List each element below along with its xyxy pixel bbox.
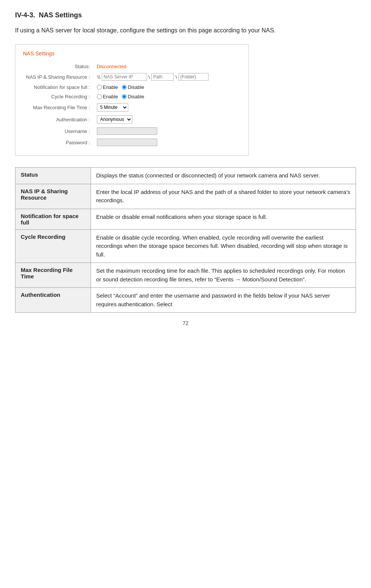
table-row: Max Recording File TimeSet the maximum r… bbox=[15, 263, 356, 288]
authentication-label: Authentication : bbox=[23, 113, 94, 125]
def-cell: Enable or disable email notifications wh… bbox=[91, 209, 356, 229]
nas-ip-row: NAS IP & Sharing Resource : \\ \ \ bbox=[23, 71, 212, 82]
notification-label: Notification for space full : bbox=[23, 82, 94, 92]
notification-enable-radio[interactable] bbox=[97, 85, 102, 90]
notification-value: Enable Disable bbox=[94, 82, 212, 92]
password-input[interactable] bbox=[97, 139, 157, 146]
password-value bbox=[94, 137, 212, 148]
cycle-enable-radio[interactable] bbox=[97, 94, 102, 99]
nas-form-table: Status: Disconnected NAS IP & Sharing Re… bbox=[23, 62, 212, 148]
nas-settings-box: NAS Settings Status: Disconnected NAS IP… bbox=[15, 44, 249, 156]
password-row: Password : bbox=[23, 137, 212, 148]
def-cell: Enter the local IP address of your NAS a… bbox=[91, 184, 356, 209]
status-row: Status: Disconnected bbox=[23, 62, 212, 71]
cycle-recording-label: Cycle Recording : bbox=[23, 92, 94, 101]
max-recording-row: Max Recording File Time : 5 Minute 10 Mi… bbox=[23, 101, 212, 113]
table-row: StatusDisplays the status (connected or … bbox=[15, 168, 356, 184]
cycle-disable-radio[interactable] bbox=[122, 94, 127, 99]
backslash-prefix: \\ bbox=[98, 74, 100, 80]
max-recording-value: 5 Minute 10 Minute 15 Minute 30 Minute bbox=[94, 101, 212, 113]
nas-ip-value: \\ \ \ bbox=[94, 71, 212, 82]
nas-settings-box-title: NAS Settings bbox=[23, 50, 241, 57]
intro-paragraph: If using a NAS server for local storage,… bbox=[15, 26, 356, 35]
term-cell: Authentication bbox=[15, 288, 91, 313]
username-row: Username : bbox=[23, 125, 212, 137]
path-separator-2: \ bbox=[175, 74, 177, 80]
nas-path-row: \\ \ \ bbox=[97, 73, 208, 81]
cycle-enable-label[interactable]: Enable bbox=[97, 94, 118, 99]
cycle-recording-value: Enable Disable bbox=[94, 92, 212, 101]
term-cell: Cycle Recording bbox=[15, 229, 91, 263]
authentication-value: Anonymous Account bbox=[94, 113, 212, 125]
status-disconnected-text: Disconnected bbox=[97, 64, 127, 69]
term-cell: Status bbox=[15, 168, 91, 184]
username-label: Username : bbox=[23, 125, 94, 137]
max-recording-select[interactable]: 5 Minute 10 Minute 15 Minute 30 Minute bbox=[97, 103, 128, 111]
authentication-row: Authentication : Anonymous Account bbox=[23, 113, 212, 125]
nas-server-ip-input[interactable] bbox=[102, 73, 147, 81]
def-cell: Displays the status (connected or discon… bbox=[91, 168, 356, 184]
nas-folder-input[interactable] bbox=[178, 73, 208, 81]
authentication-select[interactable]: Anonymous Account bbox=[97, 115, 132, 124]
def-cell: Enable or disable cycle recording. When … bbox=[91, 229, 356, 263]
term-cell: Max Recording File Time bbox=[15, 263, 91, 288]
notification-row: Notification for space full : Enable Dis… bbox=[23, 82, 212, 92]
notification-enable-label[interactable]: Enable bbox=[97, 84, 118, 90]
status-value: Disconnected bbox=[94, 62, 212, 71]
section-title: IV-4-3. NAS Settings bbox=[15, 11, 356, 19]
notification-disable-radio[interactable] bbox=[122, 85, 127, 90]
status-label: Status: bbox=[23, 62, 94, 71]
term-cell: NAS IP & Sharing Resource bbox=[15, 184, 91, 209]
table-row: AuthenticationSelect “Account” and enter… bbox=[15, 288, 356, 313]
password-label: Password : bbox=[23, 137, 94, 148]
table-row: Cycle RecordingEnable or disable cycle r… bbox=[15, 229, 356, 263]
path-separator-1: \ bbox=[149, 74, 150, 80]
cycle-disable-label[interactable]: Disable bbox=[122, 94, 144, 99]
def-cell: Set the maximum recording time for each … bbox=[91, 263, 356, 288]
notification-radio-group: Enable Disable bbox=[97, 84, 208, 90]
username-value bbox=[94, 125, 212, 137]
def-cell: Select “Account” and enter the username … bbox=[91, 288, 356, 313]
notification-disable-label[interactable]: Disable bbox=[122, 84, 144, 90]
max-recording-label: Max Recording File Time : bbox=[23, 101, 94, 113]
description-table: StatusDisplays the status (connected or … bbox=[15, 167, 356, 313]
cycle-radio-group: Enable Disable bbox=[97, 94, 208, 99]
username-input[interactable] bbox=[97, 127, 157, 135]
table-row: Notification for space fullEnable or dis… bbox=[15, 209, 356, 229]
nas-path-input[interactable] bbox=[151, 73, 174, 81]
cycle-recording-row: Cycle Recording : Enable Disable bbox=[23, 92, 212, 101]
table-row: NAS IP & Sharing ResourceEnter the local… bbox=[15, 184, 356, 209]
page-number: 72 bbox=[15, 320, 356, 326]
term-cell: Notification for space full bbox=[15, 209, 91, 229]
nas-ip-label: NAS IP & Sharing Resource : bbox=[23, 71, 94, 82]
